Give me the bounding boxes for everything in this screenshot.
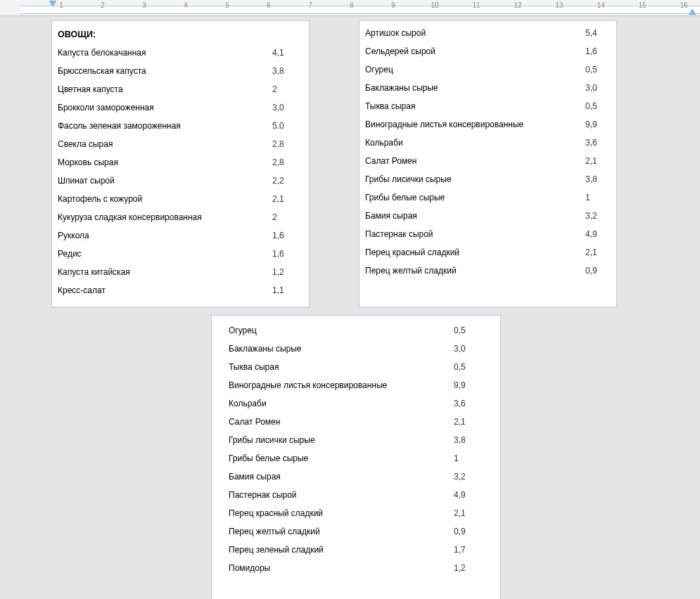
item-name: Перец желтый сладкий bbox=[365, 266, 457, 276]
item-value: 9,9 bbox=[448, 380, 483, 390]
item-value: 3,8 bbox=[580, 174, 611, 184]
item-name: Бамия сырая bbox=[365, 211, 417, 221]
item-name: Виноградные листья консервированные bbox=[229, 380, 387, 390]
table-row: Баклажаны сырые3,0 bbox=[359, 79, 616, 97]
table-row: Кольраби3,6 bbox=[359, 134, 616, 152]
table-row: Фасоль зеленая замороженная5.0 bbox=[52, 117, 309, 135]
item-name: Кольраби bbox=[229, 399, 267, 408]
item-value: 5.0 bbox=[267, 121, 303, 131]
item-name: Помидоры bbox=[229, 563, 270, 573]
item-name: Брюссельская капуста bbox=[58, 66, 146, 76]
page-fragment-left: ОВОЩИ: Капуста белокачанная4,1Брюссельск… bbox=[51, 20, 310, 307]
ruler-number: 11 bbox=[472, 1, 480, 9]
table-row: Помидоры1,2 bbox=[212, 559, 500, 577]
item-value: 2 bbox=[267, 84, 303, 94]
table-row: Грибы белые сырые1 bbox=[359, 188, 616, 207]
horizontal-ruler[interactable]: 12345678910111213141516 bbox=[0, 0, 700, 16]
item-value: 3,0 bbox=[448, 344, 483, 354]
item-name: Сельдерей сырой bbox=[365, 46, 435, 56]
item-value: 2,1 bbox=[580, 247, 611, 257]
table-row: Бамия сырая3,2 bbox=[212, 468, 500, 486]
table-row: Салат Ромен2,1 bbox=[359, 152, 616, 170]
item-value: 2,1 bbox=[267, 194, 303, 204]
ruler-number: 4 bbox=[184, 1, 188, 9]
item-name: Пастернак сырой bbox=[229, 490, 297, 500]
item-value: 0,9 bbox=[448, 527, 483, 536]
item-name: Грибы белые сырые bbox=[229, 453, 308, 463]
table-row: Кукуруза сладкая консервированная2 bbox=[52, 208, 309, 226]
table-row: Перец зеленый сладкий1,7 bbox=[212, 541, 500, 559]
table-row: Тыква сырая0,5 bbox=[212, 358, 500, 376]
item-name: Кресс-салат bbox=[58, 285, 106, 295]
item-name: Кольраби bbox=[365, 138, 403, 148]
table-row: Артишок сырой5,4 bbox=[359, 24, 616, 42]
table-row: Пастернак сырой4,9 bbox=[359, 225, 616, 243]
item-value: 2,8 bbox=[267, 139, 303, 149]
item-name: Огурец bbox=[229, 326, 257, 335]
item-name: Перец желтый сладкий bbox=[229, 527, 320, 536]
item-value: 2,1 bbox=[448, 417, 483, 427]
item-name: Тыква сырая bbox=[365, 101, 415, 111]
table-row: Редис1,6 bbox=[52, 245, 309, 263]
item-value: 5,4 bbox=[580, 28, 611, 38]
indent-marker-right-icon[interactable] bbox=[689, 9, 696, 15]
item-value: 4,9 bbox=[580, 229, 611, 239]
item-value: 3,6 bbox=[580, 138, 611, 148]
table-row: Капуста белокачанная4,1 bbox=[52, 44, 309, 62]
item-value: 1,6 bbox=[580, 46, 611, 56]
table-row: Перец красный сладкий2,1 bbox=[212, 504, 500, 522]
item-name: Перец зеленый сладкий bbox=[229, 545, 324, 555]
ruler-number: 2 bbox=[101, 1, 105, 9]
item-value: 0,5 bbox=[448, 326, 483, 335]
item-name: Перец красный сладкий bbox=[365, 247, 459, 257]
table-row: Перец желтый сладкий0,9 bbox=[359, 262, 616, 280]
table-row: Руккола1,6 bbox=[52, 226, 309, 245]
item-name: Тыква сырая bbox=[229, 362, 279, 372]
item-value: 0,5 bbox=[448, 362, 483, 372]
item-value: 1,1 bbox=[267, 285, 303, 295]
table-row: Огурец0,5 bbox=[359, 60, 616, 79]
item-name: Кукуруза сладкая консервированная bbox=[58, 212, 202, 222]
item-value: 4,9 bbox=[448, 490, 483, 500]
item-value: 1,2 bbox=[267, 267, 303, 277]
word-processor-viewport: 12345678910111213141516 ОВОЩИ: Капуста б… bbox=[0, 0, 700, 599]
item-name: Морковь сырая bbox=[58, 157, 118, 167]
ruler-number: 14 bbox=[597, 1, 604, 9]
item-name: Брокколи замороженная bbox=[58, 103, 154, 112]
item-name: Огурец bbox=[365, 65, 393, 75]
table-row: Перец желтый сладкий0,9 bbox=[212, 522, 500, 541]
item-value: 1,7 bbox=[448, 545, 483, 555]
item-name: Пастернак сырой bbox=[365, 229, 433, 239]
table-row: Баклажаны сырые3,0 bbox=[212, 340, 500, 358]
ruler-number: 16 bbox=[680, 1, 687, 9]
table-row: Брокколи замороженная3,0 bbox=[52, 98, 309, 117]
table-row: Грибы лисички сырые3,8 bbox=[359, 170, 616, 188]
item-name: Салат Ромен bbox=[229, 417, 280, 427]
item-value: 1,6 bbox=[267, 249, 303, 259]
indent-marker-left-icon[interactable] bbox=[49, 1, 56, 6]
item-value: 2 bbox=[267, 212, 303, 222]
item-name: Баклажаны сырые bbox=[365, 83, 438, 93]
table-row: Сельдерей сырой1,6 bbox=[359, 42, 616, 60]
ruler-number: 15 bbox=[638, 1, 646, 9]
table-row: Брюссельская капуста3,8 bbox=[52, 62, 309, 80]
item-name: Салат Ромен bbox=[365, 156, 416, 166]
ruler-number: 12 bbox=[514, 1, 521, 9]
ruler-number: 1 bbox=[59, 1, 63, 9]
item-name: Фасоль зеленая замороженная bbox=[58, 121, 181, 131]
table-row: Бамия сырая3,2 bbox=[359, 207, 616, 225]
item-value: 2,8 bbox=[267, 157, 303, 167]
item-name: Грибы лисички сырые bbox=[365, 174, 452, 184]
ruler-number: 13 bbox=[555, 1, 563, 9]
item-name: Грибы лисички сырые bbox=[229, 435, 315, 445]
item-name: Цветная капуста bbox=[58, 84, 123, 94]
ruler-number: 7 bbox=[308, 1, 312, 9]
document-canvas[interactable]: ОВОЩИ: Капуста белокачанная4,1Брюссельск… bbox=[0, 16, 700, 599]
item-value: 3,6 bbox=[448, 399, 483, 408]
item-value: 0,9 bbox=[580, 266, 611, 276]
item-name: Баклажаны сырые bbox=[229, 344, 302, 354]
item-value: 2,1 bbox=[448, 508, 483, 518]
item-name: Грибы белые сырые bbox=[365, 193, 445, 202]
table-row: Капуста китайская1,2 bbox=[52, 263, 309, 281]
item-value: 3,2 bbox=[448, 472, 483, 482]
